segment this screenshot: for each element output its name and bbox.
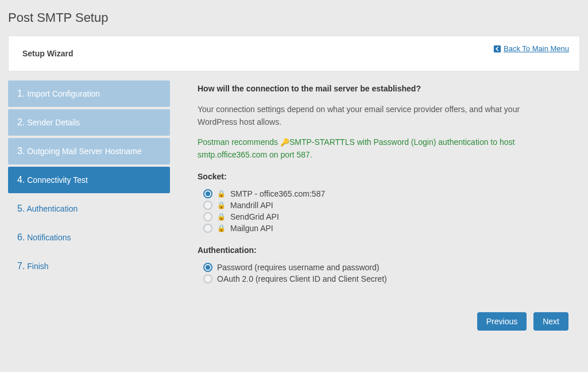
socket-option-mandrill[interactable]: 🔒 Mandrill API: [203, 200, 575, 211]
socket-option-sendgrid[interactable]: 🔒 SendGrid API: [203, 211, 575, 223]
socket-option-smtp[interactable]: 🔒 SMTP - office365.com:587: [203, 188, 575, 200]
next-button[interactable]: Next: [533, 312, 568, 331]
step-number: 1.: [17, 89, 25, 98]
auth-section-label: Authentication:: [198, 246, 575, 255]
radio-input[interactable]: [203, 189, 212, 198]
page-title: Post SMTP Setup: [0, 0, 588, 36]
step-number: 5.: [17, 204, 25, 213]
socket-option-label: SendGrid API: [230, 212, 279, 221]
auth-radio-group: Password (requires username and password…: [203, 262, 575, 285]
step-import-configuration[interactable]: 1. Import Configuration: [8, 80, 170, 107]
content-description: Your connection settings depend on what …: [198, 103, 548, 128]
step-sender-details[interactable]: 2. Sender Details: [8, 109, 170, 136]
wizard-content: How will the connection to the mail serv…: [198, 80, 580, 296]
key-icon: 🔑: [280, 137, 289, 148]
step-label: Outgoing Mail Server Hostname: [27, 147, 141, 156]
wizard-header-card: Setup Wizard Back To Main Menu: [8, 36, 580, 71]
step-number: 4.: [17, 175, 25, 185]
wizard-title: Setup Wizard: [19, 49, 569, 58]
wizard-steps: 1. Import Configuration 2. Sender Detail…: [8, 80, 170, 279]
socket-option-label: Mailgun API: [230, 224, 273, 233]
step-label: Finish: [27, 262, 48, 271]
socket-option-mailgun[interactable]: 🔒 Mailgun API: [203, 223, 575, 234]
auth-option-label: OAuth 2.0 (requires Client ID and Client…: [217, 274, 387, 283]
back-arrow-icon: [493, 45, 501, 53]
step-label: Sender Details: [27, 118, 80, 127]
radio-input[interactable]: [203, 201, 212, 210]
step-number: 7.: [17, 261, 25, 271]
radio-input[interactable]: [203, 212, 212, 221]
auth-option-oauth[interactable]: OAuth 2.0 (requires Client ID and Client…: [203, 273, 575, 285]
back-to-main-link[interactable]: Back To Main Menu: [493, 44, 569, 53]
radio-input[interactable]: [203, 274, 212, 283]
recommend-prefix: Postman recommends: [198, 137, 280, 147]
lock-icon: 🔒: [217, 190, 226, 198]
previous-button[interactable]: Previous: [477, 312, 527, 331]
wizard-footer-actions: Previous Next: [0, 312, 588, 331]
step-number: 3.: [17, 146, 25, 156]
lock-icon: 🔒: [217, 213, 226, 221]
step-label: Connectivity Test: [27, 175, 88, 185]
socket-radio-group: 🔒 SMTP - office365.com:587 🔒 Mandrill AP…: [203, 188, 575, 234]
recommendation-text: Postman recommends 🔑SMTP-STARTTLS with P…: [198, 136, 548, 161]
step-outgoing-hostname[interactable]: 3. Outgoing Mail Server Hostname: [8, 138, 170, 164]
wizard-wrap: 1. Import Configuration 2. Sender Detail…: [8, 80, 580, 296]
socket-option-label: SMTP - office365.com:587: [230, 189, 325, 198]
lock-icon: 🔒: [217, 224, 226, 232]
svg-rect-0: [494, 45, 501, 52]
auth-option-password[interactable]: Password (requires username and password…: [203, 262, 575, 273]
socket-option-label: Mandrill API: [230, 201, 273, 210]
step-finish[interactable]: 7. Finish: [8, 253, 170, 279]
step-label: Notifications: [27, 233, 71, 242]
step-number: 2.: [17, 117, 25, 127]
socket-section-label: Socket:: [198, 172, 575, 181]
lock-icon: 🔒: [217, 201, 226, 209]
radio-input[interactable]: [203, 263, 212, 272]
radio-input[interactable]: [203, 224, 212, 233]
step-connectivity-test[interactable]: 4. Connectivity Test: [8, 167, 170, 193]
step-notifications[interactable]: 6. Notifications: [8, 224, 170, 251]
auth-option-label: Password (requires username and password…: [217, 263, 379, 272]
step-label: Import Configuration: [27, 89, 100, 98]
step-authentication[interactable]: 5. Authentication: [8, 195, 170, 222]
step-label: Authentication: [26, 204, 78, 213]
content-heading: How will the connection to the mail serv…: [198, 84, 575, 93]
step-number: 6.: [17, 232, 25, 242]
back-link-label: Back To Main Menu: [504, 44, 569, 53]
